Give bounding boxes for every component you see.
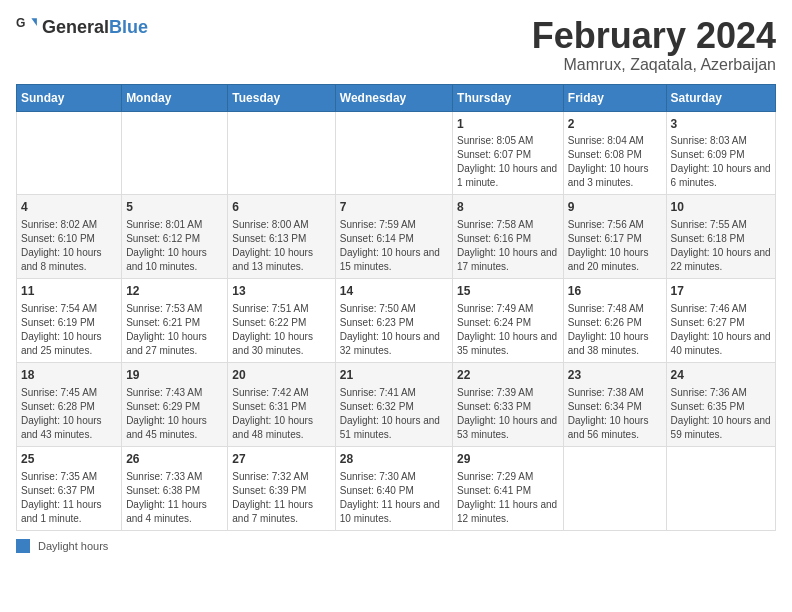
calendar-cell: 7Sunrise: 7:59 AM Sunset: 6:14 PM Daylig…	[335, 195, 452, 279]
day-info: Sunrise: 7:30 AM Sunset: 6:40 PM Dayligh…	[340, 470, 448, 526]
calendar-cell: 6Sunrise: 8:00 AM Sunset: 6:13 PM Daylig…	[228, 195, 335, 279]
day-info: Sunrise: 8:03 AM Sunset: 6:09 PM Dayligh…	[671, 134, 771, 190]
calendar-cell: 9Sunrise: 7:56 AM Sunset: 6:17 PM Daylig…	[563, 195, 666, 279]
day-info: Sunrise: 7:42 AM Sunset: 6:31 PM Dayligh…	[232, 386, 330, 442]
day-number: 19	[126, 367, 223, 384]
logo-blue-text: Blue	[109, 17, 148, 37]
week-row-3: 11Sunrise: 7:54 AM Sunset: 6:19 PM Dayli…	[17, 279, 776, 363]
calendar-cell: 3Sunrise: 8:03 AM Sunset: 6:09 PM Daylig…	[666, 111, 775, 195]
calendar-cell: 19Sunrise: 7:43 AM Sunset: 6:29 PM Dayli…	[122, 362, 228, 446]
day-info: Sunrise: 7:32 AM Sunset: 6:39 PM Dayligh…	[232, 470, 330, 526]
calendar-cell	[122, 111, 228, 195]
day-number: 27	[232, 451, 330, 468]
day-info: Sunrise: 7:56 AM Sunset: 6:17 PM Dayligh…	[568, 218, 662, 274]
day-info: Sunrise: 7:53 AM Sunset: 6:21 PM Dayligh…	[126, 302, 223, 358]
calendar-cell	[666, 446, 775, 530]
day-info: Sunrise: 7:38 AM Sunset: 6:34 PM Dayligh…	[568, 386, 662, 442]
calendar-cell	[17, 111, 122, 195]
calendar-table: SundayMondayTuesdayWednesdayThursdayFrid…	[16, 84, 776, 531]
day-info: Sunrise: 7:55 AM Sunset: 6:18 PM Dayligh…	[671, 218, 771, 274]
header-row: SundayMondayTuesdayWednesdayThursdayFrid…	[17, 84, 776, 111]
header-day-sunday: Sunday	[17, 84, 122, 111]
calendar-cell: 10Sunrise: 7:55 AM Sunset: 6:18 PM Dayli…	[666, 195, 775, 279]
calendar-cell	[335, 111, 452, 195]
day-number: 7	[340, 199, 448, 216]
page-header: G GeneralBlue February 2024 Mamrux, Zaqa…	[16, 16, 776, 74]
calendar-cell: 4Sunrise: 8:02 AM Sunset: 6:10 PM Daylig…	[17, 195, 122, 279]
svg-text:G: G	[16, 16, 25, 30]
calendar-cell: 5Sunrise: 8:01 AM Sunset: 6:12 PM Daylig…	[122, 195, 228, 279]
day-number: 29	[457, 451, 559, 468]
day-number: 25	[21, 451, 117, 468]
calendar-cell: 23Sunrise: 7:38 AM Sunset: 6:34 PM Dayli…	[563, 362, 666, 446]
day-number: 20	[232, 367, 330, 384]
day-info: Sunrise: 8:00 AM Sunset: 6:13 PM Dayligh…	[232, 218, 330, 274]
calendar-body: 1Sunrise: 8:05 AM Sunset: 6:07 PM Daylig…	[17, 111, 776, 530]
week-row-2: 4Sunrise: 8:02 AM Sunset: 6:10 PM Daylig…	[17, 195, 776, 279]
day-number: 11	[21, 283, 117, 300]
day-number: 12	[126, 283, 223, 300]
calendar-header: SundayMondayTuesdayWednesdayThursdayFrid…	[17, 84, 776, 111]
day-info: Sunrise: 7:46 AM Sunset: 6:27 PM Dayligh…	[671, 302, 771, 358]
day-number: 28	[340, 451, 448, 468]
calendar-cell: 16Sunrise: 7:48 AM Sunset: 6:26 PM Dayli…	[563, 279, 666, 363]
day-number: 10	[671, 199, 771, 216]
day-info: Sunrise: 7:54 AM Sunset: 6:19 PM Dayligh…	[21, 302, 117, 358]
legend: Daylight hours	[16, 539, 776, 553]
calendar-cell: 14Sunrise: 7:50 AM Sunset: 6:23 PM Dayli…	[335, 279, 452, 363]
day-number: 24	[671, 367, 771, 384]
calendar-title: February 2024	[532, 16, 776, 56]
logo-icon: G	[16, 16, 38, 38]
day-info: Sunrise: 8:02 AM Sunset: 6:10 PM Dayligh…	[21, 218, 117, 274]
header-day-wednesday: Wednesday	[335, 84, 452, 111]
calendar-cell: 11Sunrise: 7:54 AM Sunset: 6:19 PM Dayli…	[17, 279, 122, 363]
day-number: 17	[671, 283, 771, 300]
day-number: 21	[340, 367, 448, 384]
day-number: 26	[126, 451, 223, 468]
legend-label: Daylight hours	[38, 540, 108, 552]
calendar-cell: 13Sunrise: 7:51 AM Sunset: 6:22 PM Dayli…	[228, 279, 335, 363]
day-number: 22	[457, 367, 559, 384]
calendar-cell: 2Sunrise: 8:04 AM Sunset: 6:08 PM Daylig…	[563, 111, 666, 195]
legend-color-box	[16, 539, 30, 553]
day-info: Sunrise: 7:59 AM Sunset: 6:14 PM Dayligh…	[340, 218, 448, 274]
day-info: Sunrise: 7:50 AM Sunset: 6:23 PM Dayligh…	[340, 302, 448, 358]
calendar-cell: 26Sunrise: 7:33 AM Sunset: 6:38 PM Dayli…	[122, 446, 228, 530]
day-info: Sunrise: 7:36 AM Sunset: 6:35 PM Dayligh…	[671, 386, 771, 442]
day-info: Sunrise: 7:35 AM Sunset: 6:37 PM Dayligh…	[21, 470, 117, 526]
day-number: 8	[457, 199, 559, 216]
day-info: Sunrise: 7:48 AM Sunset: 6:26 PM Dayligh…	[568, 302, 662, 358]
header-day-thursday: Thursday	[453, 84, 564, 111]
day-number: 23	[568, 367, 662, 384]
day-info: Sunrise: 8:01 AM Sunset: 6:12 PM Dayligh…	[126, 218, 223, 274]
day-info: Sunrise: 7:45 AM Sunset: 6:28 PM Dayligh…	[21, 386, 117, 442]
title-block: February 2024 Mamrux, Zaqatala, Azerbaij…	[532, 16, 776, 74]
calendar-cell: 18Sunrise: 7:45 AM Sunset: 6:28 PM Dayli…	[17, 362, 122, 446]
calendar-cell	[228, 111, 335, 195]
week-row-1: 1Sunrise: 8:05 AM Sunset: 6:07 PM Daylig…	[17, 111, 776, 195]
calendar-cell: 1Sunrise: 8:05 AM Sunset: 6:07 PM Daylig…	[453, 111, 564, 195]
calendar-cell: 17Sunrise: 7:46 AM Sunset: 6:27 PM Dayli…	[666, 279, 775, 363]
day-number: 16	[568, 283, 662, 300]
day-info: Sunrise: 7:33 AM Sunset: 6:38 PM Dayligh…	[126, 470, 223, 526]
day-number: 3	[671, 116, 771, 133]
calendar-cell: 22Sunrise: 7:39 AM Sunset: 6:33 PM Dayli…	[453, 362, 564, 446]
day-info: Sunrise: 8:05 AM Sunset: 6:07 PM Dayligh…	[457, 134, 559, 190]
week-row-5: 25Sunrise: 7:35 AM Sunset: 6:37 PM Dayli…	[17, 446, 776, 530]
day-number: 15	[457, 283, 559, 300]
day-info: Sunrise: 7:49 AM Sunset: 6:24 PM Dayligh…	[457, 302, 559, 358]
day-info: Sunrise: 7:43 AM Sunset: 6:29 PM Dayligh…	[126, 386, 223, 442]
week-row-4: 18Sunrise: 7:45 AM Sunset: 6:28 PM Dayli…	[17, 362, 776, 446]
header-day-tuesday: Tuesday	[228, 84, 335, 111]
calendar-cell: 27Sunrise: 7:32 AM Sunset: 6:39 PM Dayli…	[228, 446, 335, 530]
day-info: Sunrise: 7:58 AM Sunset: 6:16 PM Dayligh…	[457, 218, 559, 274]
calendar-cell	[563, 446, 666, 530]
svg-marker-1	[31, 18, 37, 26]
calendar-cell: 12Sunrise: 7:53 AM Sunset: 6:21 PM Dayli…	[122, 279, 228, 363]
day-number: 2	[568, 116, 662, 133]
header-day-friday: Friday	[563, 84, 666, 111]
calendar-cell: 28Sunrise: 7:30 AM Sunset: 6:40 PM Dayli…	[335, 446, 452, 530]
header-day-saturday: Saturday	[666, 84, 775, 111]
day-number: 14	[340, 283, 448, 300]
day-number: 9	[568, 199, 662, 216]
